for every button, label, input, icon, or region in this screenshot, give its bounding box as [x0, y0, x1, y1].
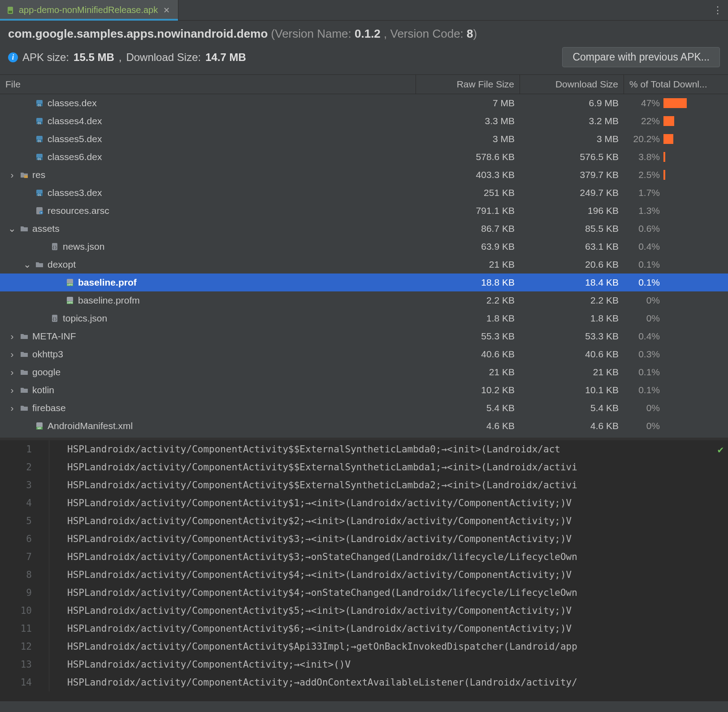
table-row[interactable]: ⌄assets86.7 KB85.5 KB0.6%	[0, 220, 728, 238]
pct-text: 20.2%	[629, 134, 660, 144]
file-name: classes.dex	[48, 98, 97, 109]
col-file[interactable]: File	[0, 75, 416, 94]
package-line: com.google.samples.apps.nowinandroid.dem…	[8, 27, 720, 41]
code-line[interactable]: 4HSPLandroidx/activity/ComponentActivity…	[0, 494, 728, 512]
code-line[interactable]: 10HSPLandroidx/activity/ComponentActivit…	[0, 602, 728, 620]
col-download-size[interactable]: Download Size	[520, 75, 624, 94]
pct-text: 0.1%	[629, 259, 660, 270]
table-row[interactable]: ›firebase5.4 KB5.4 KB0%	[0, 399, 728, 417]
table-row[interactable]: ›res403.3 KB379.7 KB2.5%	[0, 166, 728, 184]
table-row[interactable]: 01classes.dex7 MB6.9 MB47%	[0, 94, 728, 112]
code-text: HSPLandroidx/activity/ComponentActivity$…	[49, 480, 728, 491]
editor-tab[interactable]: app-demo-nonMinifiedRelease.apk ✕	[0, 0, 178, 20]
code-text: HSPLandroidx/activity/ComponentActivity$…	[49, 551, 728, 562]
file-name: news.json	[63, 241, 104, 252]
code-line[interactable]: 9HSPLandroidx/activity/ComponentActivity…	[0, 584, 728, 602]
dex-icon: 01	[35, 117, 44, 126]
code-line[interactable]: 13HSPLandroidx/activity/ComponentActivit…	[0, 656, 728, 673]
table-row[interactable]: 01classes5.dex3 MB3 MB20.2%	[0, 130, 728, 148]
table-row[interactable]: 01classes3.dex251 KB249.7 KB1.7%	[0, 184, 728, 202]
code-line[interactable]: 8HSPLandroidx/activity/ComponentActivity…	[0, 566, 728, 584]
cell-pct: 0%	[624, 403, 728, 413]
cell-raw-size: 55.3 KB	[416, 331, 520, 342]
code-line[interactable]: 3HSPLandroidx/activity/ComponentActivity…	[0, 476, 728, 494]
code-line[interactable]: 2HSPLandroidx/activity/ComponentActivity…	[0, 458, 728, 476]
cell-file: {}topics.json	[0, 309, 416, 327]
table-row[interactable]: ›kotlin10.2 KB10.1 KB0.1%	[0, 381, 728, 399]
cell-file: ›res	[0, 166, 416, 184]
table-row[interactable]: 01classes4.dex3.3 MB3.2 MB22%	[0, 112, 728, 130]
pct-bar	[663, 116, 674, 126]
tab-overflow-menu-icon[interactable]: ⋮	[707, 0, 728, 20]
table-row[interactable]: HPRbaseline.profm2.2 KB2.2 KB0%	[0, 291, 728, 309]
code-line[interactable]: 12HSPLandroidx/activity/ComponentActivit…	[0, 638, 728, 656]
code-line[interactable]: 6HSPLandroidx/activity/ComponentActivity…	[0, 530, 728, 548]
cell-download-size: 379.7 KB	[520, 169, 624, 180]
cell-pct: 47%	[624, 98, 728, 109]
cell-download-size: 4.6 KB	[520, 421, 624, 431]
table-row[interactable]: HPRbaseline.prof18.8 KB18.4 KB0.1%	[0, 274, 728, 291]
svg-text:01: 01	[38, 122, 41, 125]
code-line[interactable]: 5HSPLandroidx/activity/ComponentActivity…	[0, 512, 728, 530]
code-text: HSPLandroidx/activity/ComponentActivity$…	[49, 587, 728, 598]
cell-raw-size: 403.3 KB	[416, 169, 520, 180]
table-row[interactable]: MFAndroidManifest.xml4.6 KB4.6 KB0%	[0, 417, 728, 435]
svg-text:HPR: HPR	[67, 283, 73, 286]
tree-chevron-icon[interactable]: ⌄	[8, 223, 16, 234]
table-row[interactable]: ›META-INF55.3 KB53.3 KB0.4%	[0, 327, 728, 345]
cell-download-size: 249.7 KB	[520, 187, 624, 198]
pct-text: 1.3%	[629, 205, 660, 216]
cell-raw-size: 251 KB	[416, 187, 520, 198]
apk-file-icon	[6, 6, 15, 15]
pct-text: 0.1%	[629, 277, 660, 288]
col-pct[interactable]: % of Total Downl...	[624, 75, 728, 94]
info-icon[interactable]: i	[8, 52, 18, 62]
table-row[interactable]: ⌄dexopt21 KB20.6 KB0.1%	[0, 256, 728, 274]
cell-file: HPRbaseline.prof	[0, 274, 416, 291]
code-text: HSPLandroidx/activity/ComponentActivity$…	[49, 605, 728, 616]
code-text: HSPLandroidx/activity/ComponentActivity;…	[49, 677, 728, 688]
cell-raw-size: 21 KB	[416, 259, 520, 270]
close-icon[interactable]: ✕	[161, 5, 172, 15]
cell-pct: 0.4%	[624, 331, 728, 342]
table-row[interactable]: ›okhttp340.6 KB40.6 KB0.3%	[0, 345, 728, 363]
line-number: 4	[0, 494, 49, 512]
code-text: HSPLandroidx/activity/ComponentActivity$…	[49, 462, 728, 473]
pct-text: 0%	[629, 421, 660, 431]
line-number: 14	[0, 673, 49, 691]
folder-icon	[20, 404, 29, 412]
line-number: 9	[0, 584, 49, 602]
table-row[interactable]: {}news.json63.9 KB63.1 KB0.4%	[0, 238, 728, 256]
hpr-icon: HPR	[65, 296, 74, 305]
cell-file: ⌄dexopt	[0, 256, 416, 274]
tree-chevron-icon[interactable]: ›	[8, 367, 16, 378]
line-number: 11	[0, 620, 49, 638]
tree-chevron-icon[interactable]: ›	[8, 385, 16, 395]
svg-text:{}: {}	[52, 317, 57, 321]
col-raw-size[interactable]: Raw File Size	[416, 75, 520, 94]
compare-apk-button[interactable]: Compare with previous APK...	[562, 47, 720, 67]
table-row[interactable]: 01classes6.dex578.6 KB576.5 KB3.8%	[0, 148, 728, 166]
tree-chevron-icon[interactable]: ›	[8, 331, 16, 342]
version-name: 0.1.2	[355, 27, 381, 40]
code-line[interactable]: 11HSPLandroidx/activity/ComponentActivit…	[0, 620, 728, 638]
table-row[interactable]: {}topics.json1.8 KB1.8 KB0%	[0, 309, 728, 327]
code-line[interactable]: 7HSPLandroidx/activity/ComponentActivity…	[0, 548, 728, 566]
tree-chevron-icon[interactable]: ›	[8, 169, 16, 180]
code-line[interactable]: 1HSPLandroidx/activity/ComponentActivity…	[0, 440, 728, 458]
tree-chevron-icon[interactable]: ⌄	[23, 259, 31, 270]
tree-chevron-icon[interactable]: ›	[8, 403, 16, 413]
file-name: firebase	[32, 403, 66, 413]
pct-text: 0%	[629, 403, 660, 413]
pct-text: 3.8%	[629, 152, 660, 162]
cell-download-size: 10.1 KB	[520, 385, 624, 395]
cell-raw-size: 63.9 KB	[416, 241, 520, 252]
file-name: topics.json	[63, 313, 107, 324]
table-row[interactable]: ?resources.arsc791.1 KB196 KB1.3%	[0, 202, 728, 220]
apk-header: com.google.samples.apps.nowinandroid.dem…	[0, 21, 728, 70]
tree-chevron-icon[interactable]: ›	[8, 349, 16, 360]
code-line[interactable]: 14HSPLandroidx/activity/ComponentActivit…	[0, 673, 728, 691]
cell-raw-size: 578.6 KB	[416, 152, 520, 162]
table-row[interactable]: ›google21 KB21 KB0.1%	[0, 363, 728, 381]
cell-pct: 22%	[624, 116, 728, 126]
